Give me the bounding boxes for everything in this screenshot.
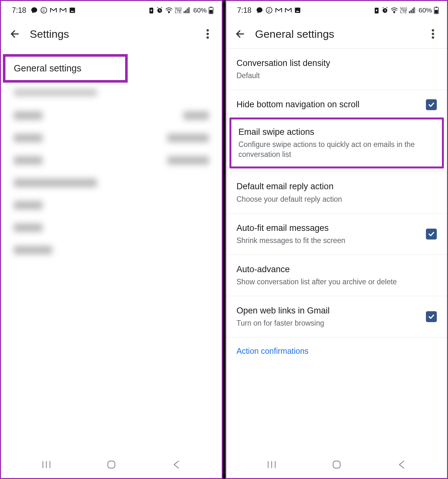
alarm-icon [156, 7, 163, 14]
photo-icon [69, 7, 76, 13]
phone-left: 7:18 Vo))LTE 60% Settings General set [0, 0, 223, 479]
item-title: Default email reply action [236, 181, 437, 192]
gmail-m-icon-2 [285, 7, 292, 13]
back-button[interactable] [167, 458, 186, 471]
svg-rect-1 [69, 8, 75, 13]
whatsapp-icon [266, 7, 273, 14]
item-title: Open web links in Gmail [236, 305, 420, 316]
setting-hide-bottom-nav[interactable]: Hide bottom navigation on scroll [226, 90, 447, 119]
svg-point-4 [168, 12, 169, 13]
item-sub: Show conversation list after you archive… [236, 277, 437, 287]
back-arrow-icon[interactable] [9, 28, 21, 40]
status-bar: 7:18 Vo))LTE 60% [226, 1, 447, 20]
battery-saver-icon [374, 7, 380, 13]
svg-rect-23 [412, 9, 413, 13]
item-sub: Configure swipe actions to quickly act o… [238, 140, 435, 159]
signal-icon [409, 7, 416, 13]
status-time: 7:18 [12, 6, 26, 15]
svg-point-20 [394, 12, 395, 13]
svg-rect-24 [414, 8, 415, 13]
item-title: Conversation list density [236, 58, 437, 69]
setting-open-web-links[interactable]: Open web links in Gmail Turn on for fast… [226, 296, 447, 337]
wifi-icon [390, 7, 398, 13]
svg-rect-10 [210, 7, 212, 8]
content-right: Conversation list density Default Hide b… [226, 48, 447, 451]
svg-rect-17 [295, 8, 300, 13]
android-nav-bar [226, 451, 447, 478]
svg-point-0 [41, 7, 47, 13]
vertical-divider [223, 0, 225, 479]
svg-rect-31 [333, 461, 340, 468]
blurred-accounts [1, 83, 222, 275]
setting-default-reply[interactable]: Default email reply action Choose your d… [226, 172, 447, 213]
svg-rect-26 [436, 7, 437, 8]
app-bar: Settings [1, 20, 222, 48]
general-settings-label: General settings [14, 63, 117, 74]
status-bar: 7:18 Vo))LTE 60% [1, 1, 222, 20]
app-bar: General settings [226, 20, 447, 48]
home-button[interactable] [102, 458, 121, 471]
section-header-action-confirmations: Action confirmations [226, 337, 447, 358]
svg-point-29 [432, 33, 434, 35]
item-title: Auto-fit email messages [236, 223, 420, 234]
overflow-menu-icon[interactable] [201, 28, 214, 40]
setting-email-swipe-actions[interactable]: Email swipe actions Configure swipe acti… [231, 119, 442, 166]
svg-point-16 [266, 7, 272, 13]
alarm-icon [381, 7, 388, 14]
svg-rect-27 [435, 10, 438, 13]
svg-point-13 [206, 33, 209, 35]
chat-bubble-icon [256, 7, 263, 14]
svg-rect-22 [411, 10, 412, 13]
setting-auto-advance[interactable]: Auto-advance Show conversation list afte… [226, 255, 447, 296]
status-time: 7:18 [237, 6, 252, 15]
volte-icon: Vo))LTE [175, 7, 182, 13]
item-title: Auto-advance [236, 264, 437, 275]
battery-percent: 60% [419, 6, 432, 14]
checkbox-checked-icon[interactable] [426, 99, 437, 110]
setting-conversation-density[interactable]: Conversation list density Default [226, 49, 447, 90]
signal-icon [184, 7, 191, 13]
svg-point-28 [432, 29, 434, 32]
svg-rect-5 [184, 11, 185, 13]
recents-button[interactable] [262, 458, 281, 471]
checkbox-checked-icon[interactable] [426, 311, 437, 322]
status-left: 7:18 [12, 6, 76, 15]
back-arrow-icon[interactable] [234, 28, 247, 40]
svg-point-14 [206, 37, 209, 39]
item-sub: Turn on for faster browsing [236, 318, 420, 328]
recents-button[interactable] [37, 458, 56, 471]
svg-rect-11 [210, 10, 213, 13]
page-title: General settings [255, 28, 418, 40]
whatsapp-icon [40, 7, 47, 14]
photo-icon [294, 7, 301, 13]
battery-icon [434, 6, 439, 14]
gmail-m-icon [275, 7, 282, 13]
svg-rect-6 [185, 10, 186, 13]
setting-autofit[interactable]: Auto-fit email messages Shrink messages … [226, 214, 447, 255]
back-button[interactable] [392, 458, 411, 471]
svg-rect-15 [108, 461, 115, 468]
checkbox-checked-icon[interactable] [426, 229, 437, 240]
item-sub: Choose your default reply action [236, 194, 437, 204]
item-sub: Default [236, 71, 437, 81]
svg-point-12 [206, 29, 209, 32]
item-sub: Shrink messages to fit the screen [236, 236, 420, 246]
chat-bubble-icon [31, 7, 38, 14]
item-title: Email swipe actions [238, 126, 435, 138]
svg-rect-21 [409, 11, 410, 13]
svg-rect-8 [188, 8, 189, 13]
battery-icon [209, 6, 213, 14]
gmail-m-icon-2 [60, 7, 67, 13]
home-button[interactable] [327, 458, 346, 471]
general-settings-item[interactable]: General settings [3, 54, 128, 83]
volte-icon: Vo))LTE [400, 7, 407, 13]
battery-saver-icon [148, 7, 154, 13]
overflow-menu-icon[interactable] [427, 28, 439, 40]
status-left: 7:18 [237, 6, 301, 15]
status-right: Vo))LTE 60% [374, 6, 439, 14]
svg-rect-7 [187, 9, 188, 13]
highlight-email-swipe: Email swipe actions Configure swipe acti… [229, 118, 444, 168]
phone-right: 7:18 Vo))LTE 60% General settings [225, 0, 448, 479]
content-left: General settings [1, 48, 222, 451]
battery-percent: 60% [193, 6, 207, 14]
